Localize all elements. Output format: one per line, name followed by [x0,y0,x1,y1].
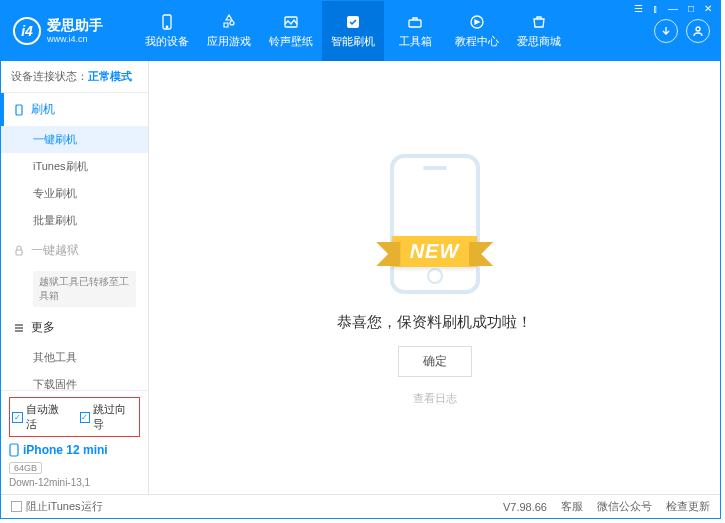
nav-label: 智能刷机 [331,34,375,49]
flash-icon [344,13,362,31]
footer: 阻止iTunes运行 V7.98.66 客服 微信公众号 检查更新 [1,494,720,518]
logo-icon: i4 [13,17,41,45]
status-value: 正常模式 [88,70,132,82]
sidebar-section-jailbreak: 一键越狱 [1,234,148,267]
status-label: 设备连接状态： [11,70,88,82]
nav-label: 教程中心 [455,34,499,49]
sidebar-item-oneclick-flash[interactable]: 一键刷机 [1,126,148,153]
sidebar-item-itunes-flash[interactable]: iTunes刷机 [1,153,148,180]
svg-rect-8 [16,250,22,255]
success-illustration: NEW [355,149,515,299]
checkbox-label: 阻止iTunes运行 [26,499,103,514]
nav-tutorials[interactable]: 教程中心 [446,1,508,61]
sidebar-section-flash[interactable]: 刷机 [1,93,148,126]
section-title: 刷机 [31,101,55,118]
nav-label: 我的设备 [145,34,189,49]
toolbox-icon [406,13,424,31]
svg-rect-4 [409,20,421,27]
version-label: V7.98.66 [503,501,547,513]
nav-my-device[interactable]: 我的设备 [136,1,198,61]
success-message: 恭喜您，保资料刷机成功啦！ [337,313,532,332]
wallpaper-icon [282,13,300,31]
footer-link-service[interactable]: 客服 [561,499,583,514]
checkbox-label: 自动激活 [26,402,70,432]
sidebar-section-more[interactable]: 更多 [1,311,148,344]
options-row: ✓自动激活 ✓跳过向导 [9,397,140,437]
svg-rect-9 [10,444,18,456]
phone-icon [9,443,19,457]
connection-status: 设备连接状态：正常模式 [1,61,148,93]
header-actions [654,19,720,43]
main-content: NEW 恭喜您，保资料刷机成功啦！ 确定 查看日志 [149,61,720,494]
sidebar-item-batch-flash[interactable]: 批量刷机 [1,207,148,234]
phone-icon [13,104,25,116]
sidebar-item-other-tools[interactable]: 其他工具 [1,344,148,371]
menu-icon[interactable]: ☰ [632,3,645,14]
sidebar: 设备连接状态：正常模式 刷机 一键刷机 iTunes刷机 专业刷机 批量刷机 一… [1,61,149,494]
nav-store[interactable]: 爱思商城 [508,1,570,61]
close-button[interactable]: ✕ [702,3,714,14]
new-ribbon: NEW [392,236,478,267]
lock-icon [13,245,25,257]
section-title: 一键越狱 [31,242,79,259]
nav-apps[interactable]: 应用游戏 [198,1,260,61]
section-title: 更多 [31,319,55,336]
main-nav: 我的设备 应用游戏 铃声壁纸 智能刷机 工具箱 教程中心 [136,1,654,61]
maximize-button[interactable]: □ [686,3,696,14]
apps-icon [220,13,238,31]
sidebar-item-pro-flash[interactable]: 专业刷机 [1,180,148,207]
nav-label: 铃声壁纸 [269,34,313,49]
app-name: 爱思助手 [47,18,103,33]
nav-toolbox[interactable]: 工具箱 [384,1,446,61]
checkbox-label: 跳过向导 [93,402,137,432]
nav-flash[interactable]: 智能刷机 [322,1,384,61]
device-name[interactable]: iPhone 12 mini [9,443,140,457]
app-logo: i4 爱思助手 www.i4.cn [1,17,136,45]
view-log-link[interactable]: 查看日志 [413,391,457,406]
svg-rect-7 [16,105,22,115]
header: i4 爱思助手 www.i4.cn 我的设备 应用游戏 铃声壁纸 智能刷机 [1,1,720,61]
device-label: iPhone 12 mini [23,443,108,457]
nav-ringtones[interactable]: 铃声壁纸 [260,1,322,61]
app-url: www.i4.cn [47,34,103,44]
menu-icon [13,322,25,334]
sidebar-item-download-fw[interactable]: 下载固件 [1,371,148,390]
svg-point-6 [696,27,700,31]
jailbreak-note: 越狱工具已转移至工具箱 [33,271,136,307]
footer-link-update[interactable]: 检查更新 [666,499,710,514]
nav-label: 工具箱 [399,34,432,49]
footer-link-wechat[interactable]: 微信公众号 [597,499,652,514]
download-button[interactable] [654,19,678,43]
phone-graphic [390,154,480,294]
checkbox-block-itunes[interactable]: 阻止iTunes运行 [11,499,103,514]
window-controls: ☰ ⫿ — □ ✕ [632,3,714,14]
ok-button[interactable]: 确定 [398,346,472,377]
svg-point-1 [166,26,168,28]
checkbox-auto-activate[interactable]: ✓自动激活 [12,402,70,432]
storage-badge: 64GB [9,462,42,474]
nav-label: 爱思商城 [517,34,561,49]
checkbox-skip-guide[interactable]: ✓跳过向导 [80,402,138,432]
tutorial-icon [468,13,486,31]
user-button[interactable] [686,19,710,43]
phone-icon [158,13,176,31]
device-model: Down-12mini-13,1 [9,477,140,488]
sidebar-bottom: ✓自动激活 ✓跳过向导 iPhone 12 mini 64GB Down-12m… [1,390,148,494]
store-icon [530,13,548,31]
minimize-button[interactable]: — [666,3,680,14]
lock-icon[interactable]: ⫿ [651,3,660,14]
nav-label: 应用游戏 [207,34,251,49]
